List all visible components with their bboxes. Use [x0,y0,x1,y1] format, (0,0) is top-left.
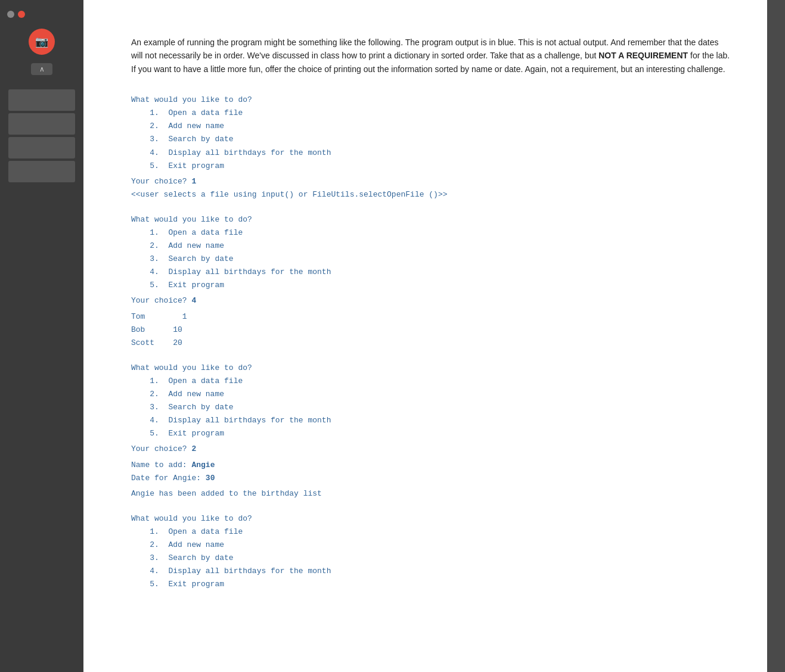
menu-1-3: 3. Search by date [131,133,731,146]
menu-3-1: 1. Open a data file [131,375,731,388]
menu-2-2: 2. Add new name [131,239,731,253]
main-content: An example of running the program might … [83,0,767,672]
menu-1-1: 1. Open a data file [131,107,731,120]
menu-3-3: 3. Search by date [131,401,731,414]
prompt-1: What would you like to do? [131,94,731,107]
add-date-line: Date for Angie: 30 [131,472,731,485]
chevron-up-button[interactable]: ∧ [31,63,52,75]
data-output: Tom 1 Bob 10 Scott 20 [131,310,731,350]
session-3: What would you like to do? 1. Open a dat… [131,362,731,500]
data-row-bob: Bob 10 [131,323,731,337]
sidebar-box-1 [8,89,75,111]
right-panel [767,0,785,672]
file-select-line: <<user selects a file using input() or F… [131,188,731,201]
menu-1-2: 2. Add new name [131,120,731,133]
add-name-line: Name to add: Angie [131,459,731,472]
menu-4-1: 1. Open a data file [131,525,731,539]
menu-2-4: 4. Display all birthdays for the month [131,266,731,279]
data-row-tom: Tom 1 [131,310,731,323]
menu-4-3: 3. Search by date [131,552,731,565]
prompt-2: What would you like to do? [131,213,731,226]
menu-1-5: 5. Exit program [131,160,731,173]
session-4: What would you like to do? 1. Open a dat… [131,512,731,592]
minimize-button[interactable] [7,11,14,18]
sidebar-box-2 [8,113,75,135]
prompt-4: What would you like to do? [131,512,731,525]
menu-4-4: 4. Display all birthdays for the month [131,565,731,578]
choice-3: Your choice? 2 [131,443,731,456]
menu-1-4: 4. Display all birthdays for the month [131,147,731,160]
menu-2-3: 3. Search by date [131,253,731,266]
data-row-scott: Scott 20 [131,337,731,350]
session-1: What would you like to do? 1. Open a dat… [131,94,731,201]
sidebar-box-3 [8,137,75,158]
menu-2-1: 1. Open a data file [131,226,731,239]
description-paragraph: An example of running the program might … [131,36,731,76]
prompt-3: What would you like to do? [131,362,731,375]
sidebar: 📷 ∧ [0,0,83,672]
menu-3-4: 4. Display all birthdays for the month [131,414,731,427]
menu-3-2: 2. Add new name [131,388,731,401]
window-controls [0,6,83,23]
menu-4-5: 5. Exit program [131,578,731,591]
camera-button[interactable]: 📷 [29,29,55,55]
session-2: What would you like to do? 1. Open a dat… [131,213,731,350]
choice-1: Your choice? 1 [131,175,731,188]
menu-2-5: 5. Exit program [131,279,731,292]
choice-2: Your choice? 4 [131,294,731,307]
menu-3-5: 5. Exit program [131,427,731,440]
camera-icon: 📷 [35,35,48,48]
sidebar-box-4 [8,161,75,182]
close-button[interactable] [18,11,25,18]
confirmation-line: Angie has been added to the birthday lis… [131,487,731,500]
menu-4-2: 2. Add new name [131,539,731,552]
sidebar-boxes [8,89,75,182]
chevron-up-icon: ∧ [39,65,45,73]
bold-requirement: NOT A REQUIREMENT [598,51,688,60]
